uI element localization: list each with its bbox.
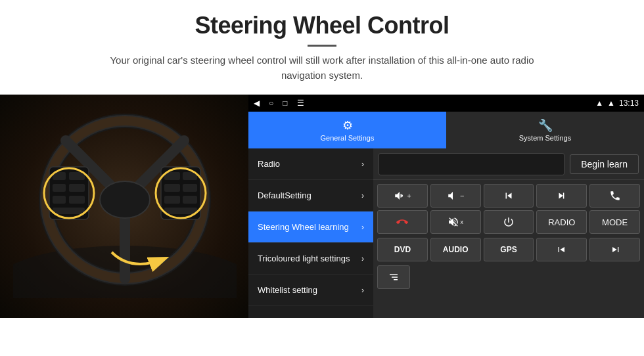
back-icon[interactable]: ◀ bbox=[254, 99, 260, 108]
svg-rect-11 bbox=[53, 184, 66, 192]
wifi-icon: ▲ bbox=[595, 99, 603, 108]
general-settings-icon: ⚙ bbox=[342, 118, 353, 133]
mute-button[interactable]: x bbox=[430, 210, 481, 234]
extra-icon bbox=[388, 271, 400, 283]
header-section: Steering Wheel Control Your original car… bbox=[0, 0, 644, 89]
svg-point-7 bbox=[100, 181, 150, 218]
menu-item-tricoloured-label: Tricoloured light settings bbox=[258, 254, 350, 263]
menu-item-radio[interactable]: Radio › bbox=[248, 148, 373, 180]
status-bar-right: ▲ ▲ 13:13 bbox=[595, 99, 639, 108]
begin-learn-row: Begin learn bbox=[373, 148, 644, 180]
tab-general-settings[interactable]: ⚙ General Settings bbox=[248, 112, 446, 148]
car-image-bg bbox=[0, 95, 248, 318]
menu-chevron-radio: › bbox=[361, 160, 364, 169]
svg-rect-13 bbox=[53, 196, 66, 204]
prev-track-icon bbox=[503, 190, 515, 202]
mode-button[interactable]: MODE bbox=[589, 210, 640, 234]
phone-icon bbox=[609, 190, 621, 202]
radio-button[interactable]: RADIO bbox=[536, 210, 587, 234]
vol-down-icon bbox=[447, 190, 459, 202]
vol-down-label: − bbox=[460, 192, 464, 200]
signal-icon: ▲ bbox=[607, 99, 615, 108]
phone-button[interactable] bbox=[589, 184, 640, 208]
next-track-icon bbox=[556, 190, 568, 202]
svg-rect-12 bbox=[69, 184, 85, 192]
svg-rect-20 bbox=[183, 184, 197, 192]
menu-item-tricoloured[interactable]: Tricoloured light settings › bbox=[248, 243, 373, 275]
tab-bar: ⚙ General Settings 🔧 System Settings bbox=[248, 112, 644, 148]
page-title: Steering Wheel Control bbox=[13, 12, 631, 39]
menu-chevron-steering: › bbox=[361, 223, 364, 232]
left-menu: Radio › DefaultSetting › Steering Wheel … bbox=[248, 148, 373, 318]
svg-marker-26 bbox=[402, 194, 403, 198]
main-content-row: Radio › DefaultSetting › Steering Wheel … bbox=[248, 148, 644, 318]
hangup-button[interactable] bbox=[377, 210, 428, 234]
vol-down-button[interactable]: − bbox=[430, 184, 481, 208]
car-image bbox=[0, 95, 248, 318]
svg-rect-22 bbox=[183, 196, 197, 204]
title-divider bbox=[308, 45, 336, 47]
svg-rect-15 bbox=[53, 208, 85, 214]
mute-icon bbox=[448, 216, 459, 228]
power-icon bbox=[503, 216, 515, 228]
gps-button[interactable]: GPS bbox=[484, 238, 534, 261]
menu-chevron-default: › bbox=[361, 191, 364, 200]
next-track-button[interactable] bbox=[536, 184, 587, 208]
vol-up-icon bbox=[394, 190, 405, 202]
menu-chevron-tricoloured: › bbox=[361, 254, 364, 263]
dvd-next-button[interactable] bbox=[589, 238, 640, 261]
menu-item-default-label: DefaultSetting bbox=[258, 190, 311, 200]
menu-item-radio-label: Radio bbox=[258, 159, 280, 169]
menu-item-steering[interactable]: Steering Wheel learning › bbox=[248, 211, 373, 243]
tab-system-label: System Settings bbox=[519, 134, 571, 142]
hangup-icon bbox=[396, 216, 408, 228]
menu-item-default[interactable]: DefaultSetting › bbox=[248, 180, 373, 211]
svg-rect-23 bbox=[164, 208, 197, 214]
vol-up-label: + bbox=[407, 192, 411, 200]
menu-icon[interactable]: ☰ bbox=[297, 99, 304, 108]
android-ui: ◀ ○ □ ☰ ▲ ▲ 13:13 ⚙ General Settings bbox=[248, 95, 644, 318]
menu-item-whitelist[interactable]: Whitelist setting › bbox=[248, 275, 373, 306]
subtitle: Your original car's steering wheel contr… bbox=[99, 53, 545, 83]
content-area: ◀ ○ □ ☰ ▲ ▲ 13:13 ⚙ General Settings bbox=[0, 95, 644, 356]
status-bar: ◀ ○ □ ☰ ▲ ▲ 13:13 bbox=[248, 95, 644, 112]
svg-rect-19 bbox=[164, 184, 180, 192]
extra-row bbox=[373, 265, 644, 293]
home-icon[interactable]: ○ bbox=[269, 99, 273, 108]
system-settings-icon: 🔧 bbox=[538, 118, 553, 133]
tab-system-settings[interactable]: 🔧 System Settings bbox=[446, 112, 644, 148]
menu-item-steering-label: Steering Wheel learning bbox=[258, 222, 349, 232]
mode-label: MODE bbox=[602, 217, 628, 227]
menu-chevron-whitelist: › bbox=[361, 286, 364, 295]
status-bar-nav: ◀ ○ □ ☰ bbox=[254, 99, 304, 108]
vol-up-button[interactable]: + bbox=[377, 184, 428, 208]
svg-rect-14 bbox=[69, 196, 85, 204]
menu-item-whitelist-label: Whitelist setting bbox=[258, 285, 317, 295]
right-panel: Begin learn + − bbox=[373, 148, 644, 318]
learn-input[interactable] bbox=[379, 153, 564, 175]
power-button[interactable] bbox=[484, 210, 534, 234]
page-container: Steering Wheel Control Your original car… bbox=[0, 0, 644, 356]
clock: 13:13 bbox=[619, 99, 639, 108]
dvd-prev-icon bbox=[555, 244, 568, 255]
svg-rect-10 bbox=[69, 172, 85, 180]
recents-icon[interactable]: □ bbox=[283, 99, 287, 108]
audio-button[interactable]: AUDIO bbox=[430, 238, 481, 261]
control-grid: + − bbox=[373, 180, 644, 238]
steering-wheel-svg bbox=[13, 101, 237, 298]
dvd-next-icon bbox=[609, 244, 622, 255]
bottom-control-row: DVD AUDIO GPS bbox=[373, 238, 644, 265]
extra-button[interactable] bbox=[377, 265, 410, 289]
svg-rect-21 bbox=[164, 196, 180, 204]
dvd-prev-button[interactable] bbox=[536, 238, 587, 261]
begin-learn-button[interactable]: Begin learn bbox=[570, 154, 639, 174]
dvd-button[interactable]: DVD bbox=[377, 238, 428, 261]
prev-track-button[interactable] bbox=[484, 184, 534, 208]
radio-label: RADIO bbox=[548, 217, 575, 227]
mute-x-label: x bbox=[460, 219, 463, 225]
tab-general-label: General Settings bbox=[321, 134, 375, 142]
